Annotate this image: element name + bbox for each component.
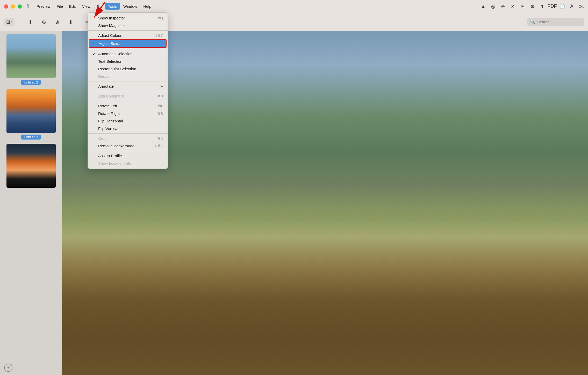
zoom-in-button[interactable]: ⊕ [52, 17, 62, 27]
menubar-right: ▲ ◎ ❋ ✕ ⊟ ⊕ ⬆ PDF 🕐 A 24: [480, 3, 584, 10]
sys-icon-9: 🕐 [559, 3, 565, 10]
menu-item-show-location-info[interactable]: Show Location Info [88, 159, 168, 167]
menu-item-assign-profile[interactable]: Assign Profile... [88, 152, 168, 159]
menu-item-text-selection[interactable]: Text Selection [88, 58, 168, 65]
fullscreen-button[interactable] [18, 4, 22, 9]
menu-view[interactable]: View [79, 3, 94, 10]
people-overlay [62, 186, 588, 375]
shortcut-crop: ⌘K [157, 136, 163, 140]
shortcut-show-inspector: ⌘ | [158, 16, 163, 20]
search-input[interactable] [537, 20, 579, 24]
menu-item-show-inspector[interactable]: Show Inspector ⌘ | [88, 14, 168, 22]
share-button[interactable]: ⬆ [66, 17, 76, 27]
toolbar-left: ⊞ ▾ [4, 18, 15, 26]
search-icon: 🔍 [530, 19, 535, 24]
menu-separator-5 [88, 101, 168, 101]
sys-icon-3: ❋ [500, 3, 506, 10]
menubar:  Preview File Edit View Go Tools Window… [0, 0, 588, 13]
menu-separator-1 [88, 30, 168, 31]
menu-item-flip-horizontal[interactable]: Flip Horizontal [88, 117, 168, 125]
menu-item-remove-background[interactable]: Remove Background ⇧⌘K [88, 142, 168, 150]
sidebar-item-untitled3[interactable]: Untitled 3 [2, 89, 60, 140]
toolbar-separator-2 [79, 17, 79, 27]
shortcut-rotate-left: ⌘L [158, 104, 163, 108]
menu-window[interactable]: Window [120, 3, 140, 10]
sys-icon-10: A [569, 3, 575, 10]
shortcut-adjust-colour: ⌥⌘C [153, 33, 163, 37]
menu-item-crop[interactable]: Crop ⌘K [88, 135, 168, 142]
thumbnail-2 [6, 89, 56, 133]
menu-item-show-magnifier[interactable]: Show Magnifier · [88, 22, 168, 29]
sidebar-item-untitled4[interactable] [2, 144, 60, 188]
menu-item-adjust-size[interactable]: Adjust Size... [89, 39, 167, 48]
clock: 24: [579, 4, 584, 9]
menu-separator-6 [88, 133, 168, 134]
close-button[interactable] [4, 4, 8, 9]
thumbnail-1 [6, 34, 56, 78]
info-button[interactable]: ℹ [25, 17, 35, 27]
menu-file[interactable]: File [54, 3, 66, 10]
minimize-button[interactable] [11, 4, 15, 9]
menu-help[interactable]: Help [140, 3, 154, 10]
traffic-lights [4, 4, 22, 9]
sys-icon-7: ⬆ [539, 3, 546, 10]
shortcut-rotate-right: ⌘R [157, 112, 163, 115]
menu-item-automatic-selection[interactable]: ✓ Automatic Selection [88, 50, 168, 58]
shortcut-show-magnifier: · [162, 24, 163, 27]
menu-item-redact[interactable]: Redact [88, 73, 168, 80]
menu-item-annotate[interactable]: Annotate ▶ [88, 82, 168, 90]
menu-preview[interactable]: Preview [33, 3, 53, 10]
sidebar-toggle-button[interactable]: ⊞ ▾ [4, 18, 15, 26]
menu-items: Preview File Edit View Go Tools Window H… [33, 3, 154, 10]
sidebar-item-untitled2[interactable]: Untitled 2 [2, 34, 60, 85]
thumb-label-2: Untitled 3 [21, 135, 41, 140]
menu-tools[interactable]: Tools [105, 3, 120, 10]
menu-item-rotate-left[interactable]: Rotate Left ⌘L [88, 102, 168, 110]
sys-icon-8: PDF [549, 3, 556, 10]
menu-edit[interactable]: Edit [66, 3, 79, 10]
system-icons: ▲ ◎ ❋ ✕ ⊟ ⊕ ⬆ PDF 🕐 A [480, 3, 575, 10]
menu-item-add-bookmark[interactable]: Add Bookmark ⌘D [88, 92, 168, 100]
tools-dropdown-menu[interactable]: Show Inspector ⌘ | Show Magnifier · Adju… [88, 12, 168, 169]
menu-item-adjust-colour[interactable]: Adjust Colour... ⌥⌘C [88, 32, 168, 39]
sys-icon-5: ⊟ [519, 3, 526, 10]
submenu-arrow-annotate: ▶ [161, 85, 163, 88]
sys-icon-1: ▲ [480, 3, 487, 10]
sidebar: Untitled 2 Untitled 3 + [0, 31, 62, 375]
menu-separator-2 [88, 49, 168, 49]
menu-separator-3 [88, 81, 168, 81]
sys-icon-2: ◎ [490, 3, 497, 10]
menu-go[interactable]: Go [94, 3, 105, 10]
shortcut-add-bookmark: ⌘D [157, 94, 163, 98]
menu-separator-4 [88, 91, 168, 91]
add-page-button[interactable]: + [4, 364, 12, 372]
menu-item-rectangular-selection[interactable]: Rectangular Selection [88, 65, 168, 73]
zoom-out-button[interactable]: ⊖ [39, 17, 49, 27]
menu-item-flip-vertical[interactable]: Flip Vertical [88, 125, 168, 132]
sys-icon-4: ✕ [510, 3, 516, 10]
thumbnail-3 [6, 144, 56, 188]
toolbar-separator-1 [22, 17, 22, 27]
apple-icon[interactable]:  [27, 3, 29, 9]
sidebar-toggle-icon: ⊞ [6, 19, 10, 25]
chevron-down-icon: ▾ [11, 20, 12, 23]
shortcut-remove-background: ⇧⌘K [154, 144, 163, 148]
search-box[interactable]: 🔍 [527, 18, 584, 26]
menu-item-rotate-right[interactable]: Rotate Right ⌘R [88, 110, 168, 117]
sys-icon-6: ⊕ [529, 3, 536, 10]
thumb-label-1: Untitled 2 [21, 80, 41, 85]
menu-separator-7 [88, 151, 168, 151]
